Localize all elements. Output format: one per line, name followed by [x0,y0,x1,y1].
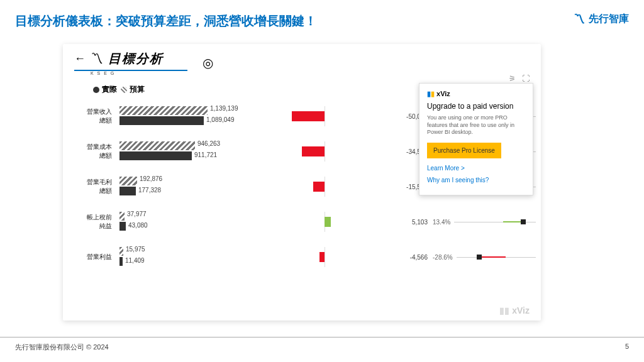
variance-bar-wrap [262,109,375,124]
budget-value: 15,975 [126,246,145,253]
popup-title: Upgrade to a paid version [427,102,525,111]
variance-bar-wrap [262,179,375,194]
legend-budget: 預算 [130,84,145,95]
variance-bar-wrap [262,250,375,265]
budget-value: 192,876 [140,175,162,182]
variance-pct-wrap: 13.4% [433,214,540,229]
brand-icon: 〽 [574,13,585,26]
budget-value: 1,139,139 [210,105,238,112]
kseg-label: K S E G [91,71,530,75]
row-label: 營業毛利總額 [84,178,116,195]
variance-value: -4,566 [379,254,429,261]
abs-bars: 1,139,1391,089,049 [119,104,258,129]
legend-dot-budget [121,87,127,93]
row-label: 營業收入總額 [84,107,116,125]
brand-text: 先行智庫 [589,13,629,26]
page-number: 5 [625,343,629,352]
abs-bars: 15,97511,409 [119,244,258,270]
back-button[interactable]: ← [74,52,86,65]
brand: 〽 先行智庫 [574,13,629,26]
filter-icon[interactable]: ⚞ [509,74,516,83]
row-label: 營業成本總額 [84,143,116,160]
upgrade-popup: ▮▮ xViz Upgrade to a paid version You ar… [419,83,533,195]
variance-value: 5,103 [379,219,429,226]
variance-pct: -28.6% [433,254,453,261]
expand-icon[interactable]: ⛶ [522,74,530,83]
variance-pct-wrap: -28.6% [433,250,540,265]
popup-brand: ▮▮ xViz [427,90,525,98]
page-title: 目標分析儀表板：突破預算差距，洞悉營收增長關鍵！ [15,13,317,30]
chart-row: 帳上稅前純益37,97743,0805,10313.4% [84,204,530,239]
watermark: ▮▮ xViz [499,305,530,315]
abs-bars: 192,876177,328 [119,174,258,199]
actual-value: 911,721 [194,151,217,158]
variance-pct: 13.4% [433,219,450,226]
budget-value: 946,263 [197,140,220,147]
row-label: 帳上稅前純益 [84,213,116,231]
actual-value: 177,328 [138,187,161,194]
footer-copyright: 先行智庫股份有限公司 © 2024 [15,343,109,352]
logo-icon: 〽 [91,52,103,66]
actual-value: 1,089,049 [206,116,235,123]
abs-bars: 946,263911,721 [119,139,258,164]
actual-value: 43,080 [128,222,148,229]
dashboard-panel: ← 〽 目標分析 ◎ K S E G ⚞ ⛶ 實際 預算 營業收入總額1,139… [63,44,541,321]
budget-value: 37,977 [127,211,147,217]
panel-title: 目標分析 [108,50,164,67]
legend-dot-actual [93,87,99,93]
row-label: 營業利益 [84,253,116,261]
actual-value: 11,409 [125,257,145,264]
abs-bars: 37,97743,080 [119,209,258,234]
legend-actual: 實際 [102,84,117,95]
why-link[interactable]: Why am I seeing this? [427,177,525,184]
variance-bar-wrap [262,144,375,159]
learn-more-link[interactable]: Learn More > [427,165,525,172]
variance-bar-wrap [262,214,375,229]
popup-message: You are using one or more PRO features t… [427,114,525,136]
target-icon: ◎ [203,55,213,70]
chart-row: 營業利益15,97511,409-4,566-28.6% [84,239,530,275]
purchase-button[interactable]: Purchase Pro License [427,143,501,158]
